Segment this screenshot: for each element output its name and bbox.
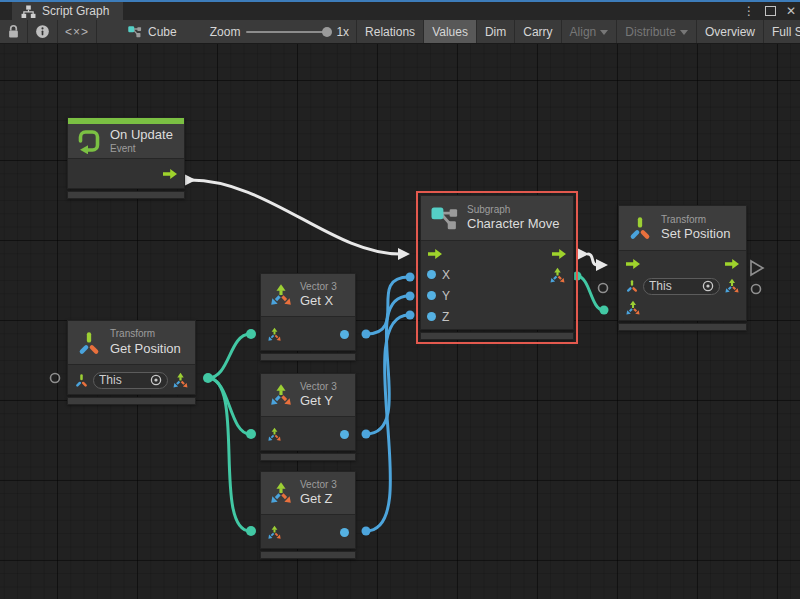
tab-label: Script Graph: [42, 4, 109, 18]
x-value-output-port[interactable]: [340, 330, 349, 339]
fullscreen-button[interactable]: Full Screen: [764, 20, 800, 43]
node-kind: Transform: [110, 328, 181, 341]
vector3-icon: [269, 283, 293, 307]
this-object-field[interactable]: This: [643, 278, 720, 295]
tab-script-graph[interactable]: Script Graph: [12, 2, 123, 20]
dropdown-arrow-icon: [600, 30, 608, 35]
node-footer: [420, 332, 574, 340]
transform-port-icon[interactable]: [625, 279, 639, 293]
info-icon: [35, 24, 50, 39]
graph-asset-icon: [127, 24, 142, 39]
z-value-output-port[interactable]: [340, 528, 349, 537]
zoom-control: Zoom 1x: [184, 20, 357, 43]
flow-output-arrow-icon[interactable]: [551, 248, 567, 260]
flow-input-arrow-icon[interactable]: [625, 258, 641, 270]
node-character-move[interactable]: Subgraph Character Move X Y: [420, 195, 574, 340]
vector3-output-icon[interactable]: [724, 278, 740, 294]
zoom-slider-handle[interactable]: [322, 27, 332, 37]
script-graph-window: Script Graph ⋮ ✕ <×> Cube Zoom 1x: [0, 0, 800, 599]
object-picker-icon[interactable]: [150, 374, 162, 386]
dropdown-arrow-icon: [680, 30, 688, 35]
relations-button[interactable]: Relations: [357, 20, 424, 43]
zoom-slider[interactable]: [246, 31, 330, 33]
node-kind: Transform: [661, 214, 730, 227]
vector3-icon: [269, 383, 293, 407]
y-value-output-port[interactable]: [340, 430, 349, 439]
node-footer: [260, 353, 356, 361]
graph-toolbar: <×> Cube Zoom 1x Relations Values Dim Ca…: [0, 20, 800, 44]
y-input-port[interactable]: [427, 291, 436, 300]
subgraph-icon: [429, 203, 459, 233]
graph-breadcrumb[interactable]: Cube: [97, 20, 184, 43]
close-icon[interactable]: ✕: [786, 5, 796, 17]
port-label-x: X: [442, 268, 450, 282]
node-footer: [260, 551, 356, 559]
vector3-input-icon[interactable]: [267, 525, 282, 540]
values-button[interactable]: Values: [424, 20, 477, 43]
node-title: Get X: [300, 293, 337, 309]
vector3-output-icon[interactable]: [172, 372, 189, 389]
lock-button[interactable]: [0, 20, 28, 43]
node-kind: Vector 3: [300, 281, 337, 294]
carry-button[interactable]: Carry: [515, 20, 561, 43]
node-get-z[interactable]: Vector 3 Get Z: [260, 471, 356, 559]
node-on-update[interactable]: On Update Event: [67, 117, 185, 199]
node-title: Get Y: [300, 393, 337, 409]
node-kind: Subgraph: [467, 204, 559, 217]
maximize-icon[interactable]: [765, 6, 776, 16]
vector3-input-icon[interactable]: [267, 427, 282, 442]
dim-button[interactable]: Dim: [477, 20, 515, 43]
tab-bar: Script Graph ⋮ ✕: [0, 2, 800, 20]
node-title: On Update: [110, 127, 173, 143]
node-title: Get Z: [300, 491, 337, 507]
x-input-port[interactable]: [427, 270, 436, 279]
vector3-icon: [269, 481, 293, 505]
node-title: Get Position: [110, 341, 181, 357]
flow-output-arrow-icon[interactable]: [162, 168, 178, 180]
node-kind: Vector 3: [300, 479, 337, 492]
node-kind: Vector 3: [300, 381, 337, 394]
this-object-field[interactable]: This: [93, 372, 168, 389]
vector3-input-icon[interactable]: [267, 327, 282, 342]
z-input-port[interactable]: [427, 312, 436, 321]
node-footer: [260, 453, 356, 461]
graph-hierarchy-icon: [21, 5, 36, 18]
node-get-x[interactable]: Vector 3 Get X: [260, 273, 356, 361]
node-footer: [67, 397, 196, 405]
node-footer: [67, 191, 185, 199]
node-get-y[interactable]: Vector 3 Get Y: [260, 373, 356, 461]
vector3-output-icon[interactable]: [549, 267, 566, 284]
node-kind: Event: [110, 143, 173, 156]
distribute-dropdown[interactable]: Distribute: [617, 20, 697, 43]
update-loop-icon: [76, 128, 102, 154]
zoom-label: Zoom: [210, 25, 241, 39]
port-label-y: Y: [442, 289, 450, 303]
vector3-input-icon[interactable]: [625, 300, 641, 316]
node-get-position[interactable]: Transform Get Position This: [67, 320, 196, 405]
transform-icon: [76, 330, 102, 356]
object-picker-icon[interactable]: [702, 280, 714, 292]
port-label-z: Z: [442, 310, 449, 324]
code-icon: <×>: [65, 25, 89, 39]
window-menu-icon[interactable]: ⋮: [743, 5, 755, 17]
node-set-position[interactable]: Transform Set Position This: [618, 205, 747, 331]
node-title: Character Move: [467, 216, 559, 232]
flow-input-arrow-icon[interactable]: [427, 248, 443, 260]
info-button[interactable]: [28, 20, 58, 43]
transform-icon: [627, 215, 653, 241]
node-title: Set Position: [661, 226, 730, 242]
lock-icon: [7, 24, 20, 39]
node-footer: [618, 323, 747, 331]
overview-button[interactable]: Overview: [697, 20, 764, 43]
zoom-value: 1x: [336, 25, 349, 39]
edit-source-button[interactable]: <×>: [58, 20, 97, 43]
graph-name: Cube: [148, 25, 177, 39]
flow-output-arrow-icon[interactable]: [724, 258, 740, 270]
transform-port-icon[interactable]: [74, 373, 89, 388]
align-dropdown[interactable]: Align: [562, 20, 618, 43]
